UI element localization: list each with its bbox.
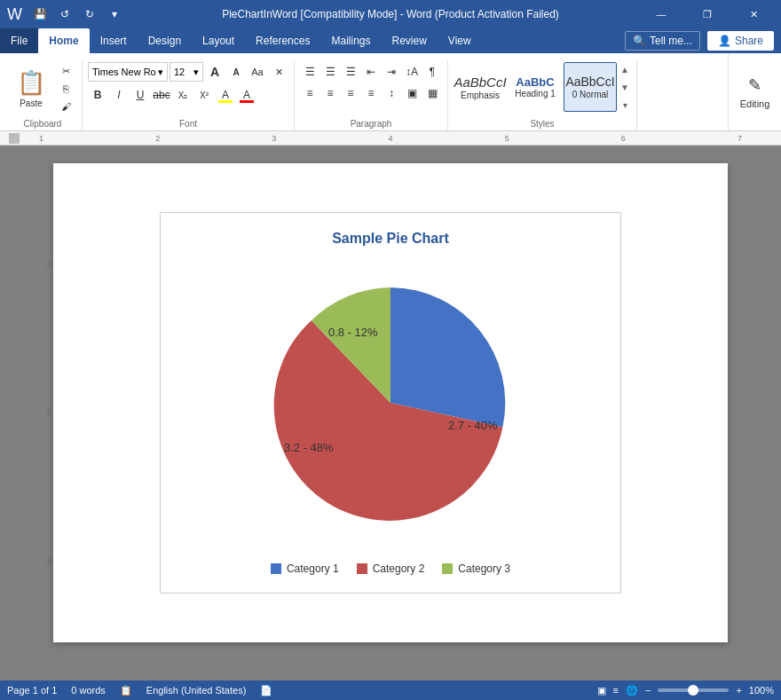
sort-button[interactable]: ↕A <box>402 62 422 82</box>
font-name-select[interactable]: Times New Ro ▾ <box>88 62 168 82</box>
customize-quick-access-button[interactable]: ▾ <box>104 4 125 25</box>
cut-button[interactable]: ✂ <box>55 63 76 79</box>
layout-read-view-icon[interactable]: ≡ <box>613 685 619 696</box>
redo-button[interactable]: ↻ <box>79 4 100 25</box>
proofing-icon[interactable]: 📋 <box>120 685 132 696</box>
increase-indent-button[interactable]: ⇥ <box>382 62 401 82</box>
paragraph-label: Paragraph <box>300 117 442 130</box>
page-info: Page 1 of 1 <box>7 685 57 696</box>
zoom-in-icon[interactable]: + <box>736 685 741 696</box>
font-group: Times New Ro ▾ 12 ▾ A A Aa ✕ B <box>83 60 295 130</box>
line-spacing-button[interactable]: ↕ <box>382 83 401 103</box>
paragraph-group: ☰ ☰ ☰ ⇤ ⇥ ↕A ¶ ≡ ≡ ≡ ≡ ↕ ▣ <box>295 60 448 130</box>
save-button[interactable]: 💾 <box>29 4 51 25</box>
tab-review[interactable]: Review <box>381 28 437 53</box>
zoom-slider[interactable] <box>658 688 729 692</box>
slice-category1 <box>390 287 505 427</box>
style-heading1-preview: AaBbC <box>516 75 554 90</box>
minimize-button[interactable]: — <box>641 0 682 28</box>
ruler-indent-marker[interactable] <box>9 133 20 144</box>
clear-formatting-button[interactable]: ✕ <box>269 62 288 82</box>
legend-label-cat2: Category 2 <box>373 562 425 575</box>
editing-panel[interactable]: ✎ Editing <box>728 53 781 130</box>
tab-layout[interactable]: Layout <box>192 28 245 53</box>
quick-access-toolbar: 💾 ↺ ↻ ▾ <box>29 4 125 25</box>
numbering-button[interactable]: ☰ <box>320 62 340 82</box>
maximize-button[interactable]: ❐ <box>687 0 728 28</box>
tab-home[interactable]: Home <box>38 28 89 53</box>
legend-color-cat2 <box>357 563 367 574</box>
editing-icon: ✎ <box>748 75 761 95</box>
font-color-button[interactable]: A <box>237 85 256 105</box>
change-case-button[interactable]: Aa <box>248 62 267 82</box>
show-hide-button[interactable]: ¶ <box>422 62 442 82</box>
shading-button[interactable]: ▣ <box>402 83 422 103</box>
label-cat3: 0.8 - 12% <box>328 326 378 339</box>
layout-print-view-icon[interactable]: ▣ <box>597 685 606 696</box>
search-icon: 🔍 <box>633 35 646 47</box>
clipboard-label: Clipboard <box>9 117 76 130</box>
underline-button[interactable]: U <box>130 85 150 105</box>
tab-references[interactable]: References <box>245 28 320 53</box>
tell-me-input[interactable]: 🔍 Tell me... <box>625 31 700 51</box>
align-right-button[interactable]: ≡ <box>341 83 360 103</box>
close-button[interactable]: ✕ <box>733 0 774 28</box>
bold-button[interactable]: B <box>88 85 107 105</box>
document-page[interactable]: Sample Pie Chart <box>53 163 728 642</box>
font-color-bar <box>240 100 254 103</box>
legend-item-cat3: Category 3 <box>442 562 510 575</box>
status-bar: Page 1 of 1 0 words 📋 English (United St… <box>0 680 781 700</box>
language[interactable]: English (United States) <box>146 685 247 696</box>
document-area[interactable]: 123 Sample Pie Chart <box>0 146 781 680</box>
tab-file[interactable]: File <box>0 28 38 53</box>
tab-insert[interactable]: Insert <box>90 28 138 53</box>
tab-mailings[interactable]: Mailings <box>320 28 381 53</box>
style-emphasis-label: Emphasis <box>461 90 500 100</box>
style-heading1-label: Heading 1 <box>515 89 556 98</box>
paste-button[interactable]: 📋 Paste <box>9 64 53 114</box>
clipboard-secondary: ✂ ⎘ 🖌 <box>55 63 76 114</box>
undo-button[interactable]: ↺ <box>54 4 75 25</box>
format-painter-button[interactable]: 🖌 <box>55 98 76 114</box>
layout-web-view-icon[interactable]: 🌐 <box>626 685 638 696</box>
style-emphasis[interactable]: AaBbCcI Emphasis <box>454 62 507 112</box>
margin-markers: 123 <box>28 163 51 663</box>
decrease-indent-button[interactable]: ⇤ <box>361 62 381 82</box>
macro-icon[interactable]: 📄 <box>260 685 272 696</box>
styles-scroll-down[interactable]: ▼ <box>619 78 631 96</box>
chart-container[interactable]: Sample Pie Chart <box>160 212 621 594</box>
label-cat1: 2.7 - 40% <box>448 419 498 432</box>
styles-expand[interactable]: ▾ <box>619 96 631 114</box>
tab-view[interactable]: View <box>438 28 482 53</box>
share-icon: 👤 <box>718 35 731 47</box>
paste-label: Paste <box>20 98 43 108</box>
chart-area: 2.7 - 40% 3.2 - 48% 0.8 - 12% <box>248 261 532 545</box>
multilevel-list-button[interactable]: ☰ <box>341 62 360 82</box>
pie-chart-svg: 2.7 - 40% 3.2 - 48% 0.8 - 12% <box>248 261 532 545</box>
align-left-button[interactable]: ≡ <box>300 83 320 103</box>
styles-scroll-up[interactable]: ▲ <box>619 60 631 78</box>
grow-font-button[interactable]: A <box>205 62 225 82</box>
italic-button[interactable]: I <box>109 85 129 105</box>
style-normal[interactable]: AaBbCcI 0 Normal <box>564 62 617 112</box>
strikethrough-button[interactable]: abc <box>152 85 171 105</box>
bullets-button[interactable]: ☰ <box>300 62 320 82</box>
style-heading1[interactable]: AaBbC Heading 1 <box>509 62 562 112</box>
legend-color-cat1 <box>271 563 281 574</box>
justify-button[interactable]: ≡ <box>361 83 381 103</box>
subscript-button[interactable]: X₂ <box>173 85 193 105</box>
borders-button[interactable]: ▦ <box>422 83 442 103</box>
zoom-level: 100% <box>749 685 774 696</box>
font-size-select[interactable]: 12 ▾ <box>170 62 203 82</box>
zoom-out-icon[interactable]: − <box>645 685 651 696</box>
share-button[interactable]: 👤 Share <box>707 31 774 51</box>
highlight-color-button[interactable]: A <box>216 85 235 105</box>
superscript-button[interactable]: X² <box>194 85 214 105</box>
chart-title: Sample Pie Chart <box>332 231 449 247</box>
font-size-dropdown-icon: ▾ <box>193 67 199 78</box>
tab-design[interactable]: Design <box>138 28 192 53</box>
shrink-font-button[interactable]: A <box>226 62 246 82</box>
style-emphasis-preview: AaBbCcI <box>454 75 506 90</box>
copy-button[interactable]: ⎘ <box>55 81 76 97</box>
align-center-button[interactable]: ≡ <box>320 83 340 103</box>
